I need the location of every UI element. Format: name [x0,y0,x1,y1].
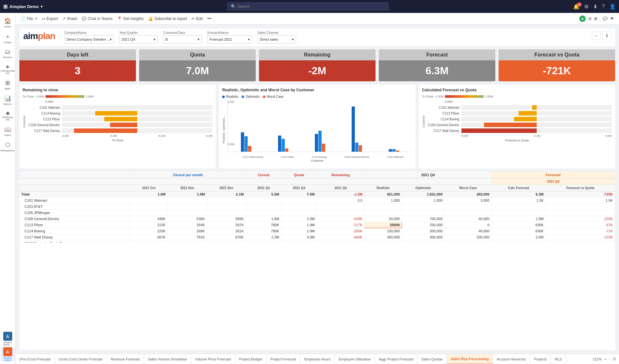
kpi-forecast: Forecast 6.3M [379,49,495,81]
flag-icon[interactable]: ⚑ [610,16,614,21]
toolbar-chat[interactable]: 💬 Chat in Teams [82,16,112,21]
toolbar-file[interactable]: 📄 File ↗ [21,16,37,21]
zoom-out[interactable]: - [609,357,610,361]
sidebar-item-apps[interactable]: ⊞ Apps [1,77,15,92]
metrics-icon: 📊 [4,95,11,102]
tab-volume-price[interactable]: Volume Price Forecast [191,354,235,364]
tab-projects[interactable]: Projects [530,354,551,364]
toolbar-export[interactable]: ↦ Export [42,16,58,21]
group-ge [352,106,362,152]
remaining-x-label: To Close [23,139,212,142]
sidebar-item-workspaces[interactable]: ⬡ Workspaces [1,139,15,154]
filter-company: CompanyName Demo Company Sweden ... ▾ [64,31,114,44]
tab-aggr-project[interactable]: Aggr Project Forecast [375,354,417,364]
tab-sales-volume[interactable]: Sales Volume Simulation [144,354,191,364]
search-bar[interactable]: 🔍 Search [227,2,389,11]
sidebar-item-aimplan-demo-a[interactable]: A Aimplan Demo... [1,332,15,346]
chart-realistic-title: Realistic, Optimistic and Worst Case by … [222,88,412,92]
tab-rls[interactable]: RLS [551,354,566,364]
download-icon[interactable]: ⬇ [593,4,597,10]
layout-icon[interactable]: ⊞ [594,16,597,21]
filter-sales-channel-select[interactable]: Direct sales ▾ [257,35,296,44]
sidebar-item-browse[interactable]: 🗂 Browse [1,46,15,61]
filter-customer-class: CustomerClass B ▾ [163,31,202,44]
kpi-days-left: Days left 3 [19,49,136,81]
bar-row-pfizer: C113 Pfizer [28,117,212,121]
toolbar-more[interactable]: ••• [207,16,211,21]
info-icon[interactable]: ℹ [602,31,611,40]
calc-bar-disney: C117 Walt Disney [427,128,612,133]
table-total-row: Total 1.6M 1.9M 2.1M 5.5M 7.0M -1.5M 651… [19,191,615,197]
sidebar-item-monitoring[interactable]: ◉ Monitoring hub [1,108,15,123]
top-nav: ⊞ Aimplan Demo ▾ 🔍 Search 🔔 16 ⚙ ⬇ ? 👤 [0,0,619,13]
zoom-level: 121% [593,357,602,361]
th-dec: 2021 Dec [207,185,246,191]
table-scroll[interactable]: Closed per month Closed Quota Remaining … [19,172,615,243]
bar-walmart-realistic [389,149,392,152]
group-walmart [389,149,399,152]
bar-row-ge: C109 General Electric [28,123,212,127]
toolbar-share[interactable]: ↗ Share [62,16,77,21]
legend-realistic [222,96,225,98]
aimplan-demo-icon-2: A [3,347,12,356]
toolbar-subscribe[interactable]: 🔔 Subscribe to report [148,16,187,21]
sidebar-item-learn[interactable]: 📖 Learn [1,124,15,138]
tab-employee-util[interactable]: Employee Utilization [335,354,375,364]
app-name[interactable]: ⊞ Aimplan Demo ▾ [3,4,43,10]
help-icon[interactable]: ? [602,4,605,9]
user-avatar[interactable]: 👤 [609,4,616,10]
comment-icon[interactable]: 💬 [603,16,608,21]
fit-page[interactable]: ⊡ [613,357,616,361]
subscribe-icon: 🔔 [148,16,153,21]
filter-company-select[interactable]: Demo Company Sweden ... ▾ [64,35,114,44]
main-area: 📄 File ↗ ↦ Export ↗ Share 💬 Chat in Team… [15,13,619,364]
left-sidebar: 🏠 Home ＋ Create 🗂 Browse ◈ OneLake data … [0,13,15,364]
tab-employee-hours[interactable]: Employee Hours [300,354,335,364]
filter-customer-class-select[interactable]: B ▾ [163,35,202,44]
calc-bar-pfizer: C113 Pfizer [427,111,612,116]
aimplan-demo-icon-1: A [3,332,12,341]
sidebar-item-create[interactable]: ＋ Create [1,31,15,45]
group-pfizer [278,136,288,152]
toolbar-insights[interactable]: 📍 Get insights [117,16,144,21]
toolbar-edit[interactable]: ✏ Edit [191,16,203,21]
edit-icon: ✏ [191,16,195,21]
chevron-down-icon-2: ▾ [154,37,156,42]
export-icon: ↦ [42,16,45,21]
realistic-x-label: Customer [222,159,412,162]
filter-year-quarter-select[interactable]: 2021 Q4 ▾ [119,35,158,44]
chat-icon: 💬 [82,16,87,21]
bar-row-boeing: C114 Boeing [28,111,212,116]
tab-account-hierarchy[interactable]: Account Hierarchy [493,354,530,364]
view-toggle-icon[interactable]: ⊟ [588,16,592,21]
filter-scenario-select[interactable]: Forecast 2021 ▾ [207,35,252,44]
settings-icon[interactable]: ⚙ [584,4,589,10]
calc-x-label: Forecast vs Quota [422,139,612,142]
aimplan-logo: aimplan [23,31,59,41]
sidebar-item-home[interactable]: 🏠 Home [1,15,15,30]
tab-revenue-forecast[interactable]: Revenue Forecast [107,354,144,364]
sidebar-item-onelake[interactable]: ◈ OneLake data hub [1,62,15,76]
tab-sales-rep-forecasting[interactable]: Sales Rep Forecasting [447,354,493,364]
tab-precost-forecast[interactable]: (Pre-)Cost Forecast [15,354,55,364]
sidebar-item-aimplan-demo-b[interactable]: A Aimplan Demo [1,347,15,361]
th-optimistic: Optimistic [402,185,445,191]
tab-cross-cost[interactable]: Cross Cost Center Forecast [55,354,107,364]
input-cell-pfizer[interactable]: 50000 [365,222,402,228]
th-realistic: Realistic [365,185,402,191]
tab-sales-quotas[interactable]: Sales Quotas [418,354,447,364]
sidebar-item-metrics[interactable]: 📊 Metrics [1,93,15,107]
th-q4-quota: 2021 Q4 [281,185,317,191]
table-row: C114 Boeing 225K268K301K 790K1.0M -206K … [19,228,615,234]
tab-project-budget[interactable]: Project Budget [235,354,266,364]
remaining-bars: C101 Walmart C114 Boeing [28,105,212,133]
notification-bell[interactable]: 🔔 16 [573,4,580,10]
bar-boeing-worst [322,144,325,152]
back-arrow[interactable]: ← [592,31,601,40]
workspaces-icon: ⬡ [5,141,10,148]
th-oct: 2021 Oct [130,185,168,191]
chart-remaining: Remaining to close To Close -1.00M 1.00M… [19,85,216,168]
zoom-in[interactable]: + [604,357,606,361]
tab-project-forecast[interactable]: Project Forecast [266,354,300,364]
share-icon: ↗ [62,16,66,21]
